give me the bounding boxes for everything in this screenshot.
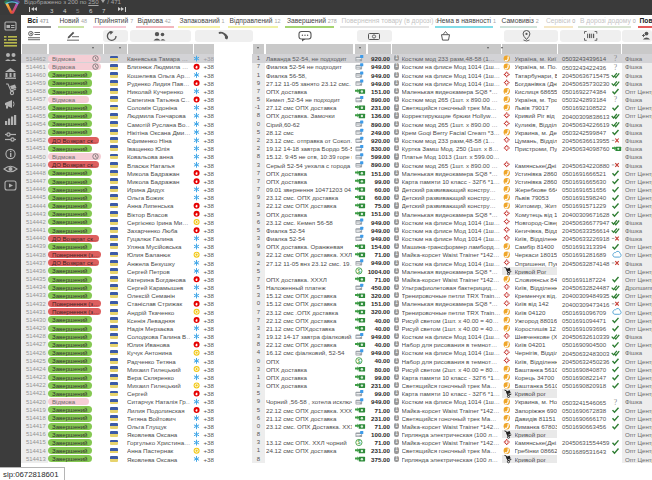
svg-text:?: ? — [614, 63, 618, 72]
svg-text:$: $ — [357, 358, 360, 364]
svg-text:$: $ — [357, 439, 360, 445]
svg-text:?: ? — [614, 95, 618, 104]
svg-text:?: ? — [614, 398, 618, 407]
svg-text:$: $ — [357, 268, 360, 274]
